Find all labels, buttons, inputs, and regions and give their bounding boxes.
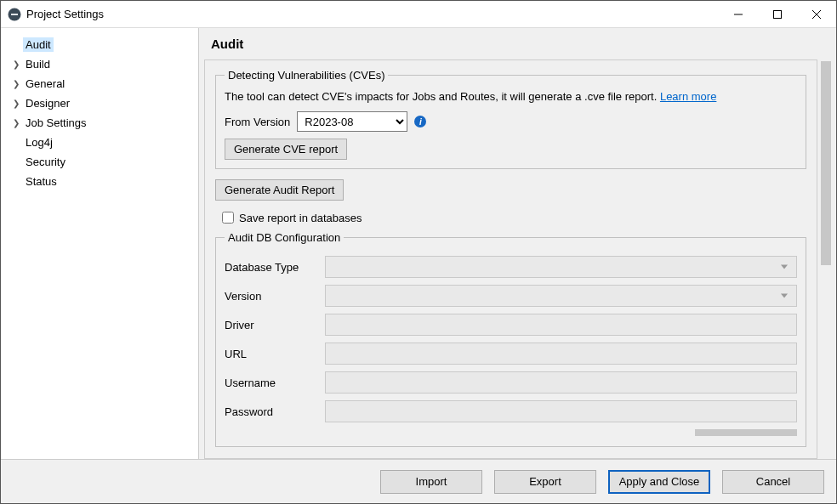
maximize-button[interactable] [758,1,797,27]
sidebar-item-status[interactable]: Status [1,172,198,191]
app-icon [8,8,21,21]
save-report-row: Save report in databases [219,209,806,226]
svg-rect-1 [11,14,18,15]
from-version-select[interactable]: R2023-08 [297,111,407,132]
chevron-right-icon[interactable]: ❯ [11,118,21,127]
sidebar-item-label: Log4j [23,135,55,150]
save-report-checkbox[interactable] [222,212,234,224]
cve-legend: Detecting Vulnerabilities (CVEs) [225,69,388,82]
sidebar-item-security[interactable]: Security [1,152,198,172]
scroll-host: Detecting Vulnerabilities (CVEs) The too… [201,59,834,459]
db-config-group: Audit DB Configuration Database Type Ver… [215,231,806,447]
password-field[interactable] [325,400,797,422]
page-title: Audit [199,28,836,59]
chevron-right-icon[interactable]: ❯ [11,59,21,69]
hscroll-thumb[interactable] [695,429,797,436]
chevron-right-icon[interactable]: ❯ [11,99,21,108]
info-icon[interactable]: i [414,116,426,127]
export-button[interactable]: Export [494,470,596,494]
database-type-select[interactable] [325,256,797,278]
generate-cve-button[interactable]: Generate CVE report [225,139,347,160]
cve-description: The tool can detect CVE's impacts for Jo… [225,90,797,103]
url-label: URL [225,348,318,360]
sidebar-item-designer[interactable]: ❯ Designer [1,93,198,113]
from-version-row: From Version R2023-08 i [225,111,797,132]
username-field[interactable] [325,371,797,394]
window-title: Project Settings [26,8,104,20]
generate-audit-button[interactable]: Generate Audit Report [215,179,344,201]
main-split: Audit ❯ Build ❯ General ❯ Designer ❯ Job… [1,28,836,459]
svg-line-5 [812,10,821,19]
version-label: Version [225,290,318,303]
username-label: Username [225,377,318,389]
password-label: Password [225,405,318,418]
sidebar-item-label: General [23,76,67,91]
minimize-button[interactable] [719,1,758,27]
import-button[interactable]: Import [380,470,482,494]
sidebar-item-label: Designer [23,96,72,110]
sidebar-item-label: Status [23,174,60,189]
sidebar: Audit ❯ Build ❯ General ❯ Designer ❯ Job… [1,28,198,459]
save-report-label: Save report in databases [239,212,362,224]
driver-label: Driver [225,319,318,331]
svg-rect-3 [774,10,782,18]
database-type-label: Database Type [225,261,318,274]
content-wrap: Audit Detecting Vulnerabilities (CVEs) T… [198,28,836,459]
sidebar-item-general[interactable]: ❯ General [1,74,198,93]
driver-field[interactable] [325,314,797,336]
db-config-legend: Audit DB Configuration [225,231,344,244]
sidebar-item-build[interactable]: ❯ Build [1,54,198,74]
sidebar-item-audit[interactable]: Audit [1,35,198,54]
from-version-label: From Version [225,116,290,128]
apply-close-button[interactable]: Apply and Close [608,470,710,494]
content-area: Detecting Vulnerabilities (CVEs) The too… [204,59,817,459]
sidebar-item-label: Security [23,155,68,169]
db-hscroll [225,428,797,438]
sidebar-item-log4j[interactable]: Log4j [1,133,198,152]
cancel-button[interactable]: Cancel [722,470,824,494]
sidebar-item-label: Audit [23,37,54,52]
db-form-grid: Database Type Version Driver URL Usernam… [225,256,797,422]
sidebar-item-job-settings[interactable]: ❯ Job Settings [1,113,198,133]
sidebar-item-label: Job Settings [23,116,89,130]
close-button[interactable] [797,1,836,27]
sidebar-item-label: Build [23,57,53,71]
vscroll-thumb[interactable] [821,61,831,265]
cve-description-text: The tool can detect CVE's impacts for Jo… [225,90,660,103]
titlebar: Project Settings [1,1,836,28]
url-field[interactable] [325,343,797,365]
vertical-scrollbar[interactable] [819,59,833,459]
cve-group: Detecting Vulnerabilities (CVEs) The too… [215,69,806,169]
learn-more-link[interactable]: Learn more [660,90,716,103]
bottom-bar: Import Export Apply and Close Cancel [1,459,836,503]
chevron-right-icon[interactable]: ❯ [11,79,21,88]
version-select[interactable] [325,285,797,307]
project-settings-window: Project Settings Audit ❯ Build [0,0,837,504]
svg-line-4 [812,10,821,19]
